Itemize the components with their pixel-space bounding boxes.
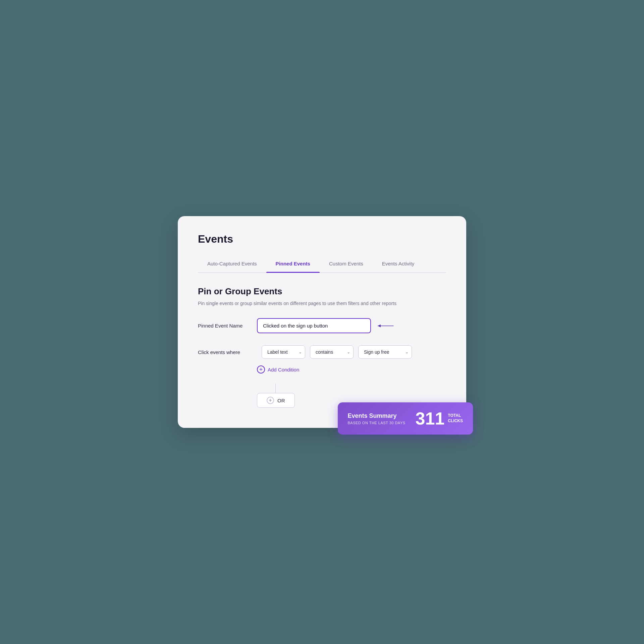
summary-text-block: Events Summary BASED ON THE LAST 30 DAYS (348, 412, 406, 425)
conditions-row: Click events where Label text Element ID… (257, 345, 446, 359)
condition-value-select[interactable]: Sign up free Sign up Register Get starte… (358, 345, 412, 359)
main-card: Events Auto-Captured Events Pinned Event… (178, 216, 466, 428)
summary-count-block: 311 TOTAL CLICKS (416, 410, 463, 427)
tab-events-activity[interactable]: Events Activity (373, 255, 424, 273)
page-title: Events (198, 233, 446, 245)
tabs-container: Auto-Captured Events Pinned Events Custo… (198, 255, 446, 273)
click-events-label: Click events where (198, 349, 252, 355)
or-circle-icon: + (267, 397, 274, 404)
or-connector (275, 384, 276, 393)
summary-subtitle: BASED ON THE LAST 30 DAYS (348, 421, 406, 425)
section-title: Pin or Group Events (198, 286, 446, 297)
tab-auto-captured[interactable]: Auto-Captured Events (198, 255, 266, 273)
pinned-event-row: Pinned Event Name (198, 318, 446, 333)
add-condition-button[interactable]: + Add Condition (257, 365, 299, 374)
add-condition-row: + Add Condition (257, 365, 446, 374)
pinned-event-label: Pinned Event Name (198, 323, 252, 329)
tab-custom-events[interactable]: Custom Events (320, 255, 373, 273)
add-condition-icon: + (257, 365, 265, 374)
svg-marker-1 (378, 324, 381, 327)
condition-field-select[interactable]: Label text Element ID CSS Class URL Tag … (262, 345, 305, 359)
summary-count: 311 (416, 410, 445, 427)
summary-title: Events Summary (348, 412, 406, 419)
pinned-event-input[interactable] (257, 318, 371, 333)
condition-operator-select[interactable]: contains equals starts with ends with (310, 345, 354, 359)
section-description: Pin single events or group similar event… (198, 301, 446, 306)
events-summary-panel: Events Summary BASED ON THE LAST 30 DAYS… (338, 402, 473, 435)
tab-pinned-events[interactable]: Pinned Events (266, 255, 320, 273)
value-select-wrapper: Sign up free Sign up Register Get starte… (358, 345, 412, 359)
arrow-indicator (376, 323, 396, 329)
or-button[interactable]: + OR (257, 393, 295, 408)
operator-select-wrapper: contains equals starts with ends with ⌄ (310, 345, 354, 359)
field-select-wrapper: Label text Element ID CSS Class URL Tag … (262, 345, 305, 359)
summary-count-label: TOTAL CLICKS (448, 413, 463, 424)
